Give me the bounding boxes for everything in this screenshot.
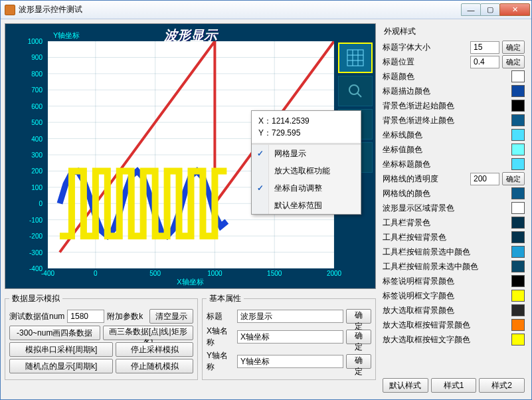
clear-button[interactable]: 清空显示 <box>149 309 193 324</box>
prop-xname-ok[interactable]: 确定 <box>346 330 371 344</box>
prop-xname-label: X轴名称 <box>207 326 234 348</box>
x-axis-label: X轴坐标 <box>177 277 203 287</box>
color-swatch-20[interactable] <box>511 334 525 346</box>
draw3-button[interactable]: 画三条数据[点|线|矩形条] <box>103 326 194 340</box>
appearance-label: 工具栏按钮前景未选中颜色 <box>383 261 509 272</box>
prop-title-input[interactable] <box>237 310 343 323</box>
svg-line-26 <box>357 93 361 97</box>
color-swatch-15[interactable] <box>511 260 525 272</box>
appearance-panel: 外观样式 标题字体大小确定标题位置确定标题颜色标题描边颜色背景色渐进起始颜色背景… <box>380 23 527 395</box>
basic-props-group: 基本属性 标题 确定 X轴名称 确定 Y轴名称 确定 <box>202 293 376 380</box>
serial-sample-button[interactable]: 模拟串口采样[周期k] <box>9 342 113 357</box>
appearance-row: 坐标值颜色 <box>381 142 526 157</box>
appearance-label: 波形显示区域背景色 <box>383 203 509 214</box>
style-default-button[interactable]: 默认样式 <box>383 378 428 393</box>
menu-item-1[interactable]: 放大选取框功能 <box>252 162 361 179</box>
appearance-row: 放大选取框背景颜色 <box>381 303 526 318</box>
appearance-row: 工具栏按钮前景未选中颜色 <box>381 259 526 274</box>
sim-legend: 数据显示模拟 <box>9 293 62 304</box>
color-swatch-17[interactable] <box>511 290 525 302</box>
color-swatch-12[interactable] <box>511 217 525 229</box>
num-label: 测试数据值num <box>9 311 64 322</box>
check-icon: ✓ <box>252 145 269 162</box>
appearance-label: 背景色渐进起始颜色 <box>383 100 509 112</box>
grid-toggle-button[interactable] <box>338 43 373 73</box>
prop-yname-ok[interactable]: 确定 <box>346 354 371 369</box>
appearance-label: 坐标值颜色 <box>383 144 509 155</box>
prop-title-ok[interactable]: 确定 <box>346 309 371 324</box>
appearance-input-9[interactable] <box>470 173 499 185</box>
appearance-label: 标题位置 <box>383 56 468 68</box>
appearance-ok-1[interactable]: 确定 <box>502 55 525 68</box>
color-swatch-14[interactable] <box>511 246 525 258</box>
color-swatch-6[interactable] <box>511 129 525 141</box>
appearance-label: 网格线的透明度 <box>383 173 468 185</box>
appearance-row: 标签说明框背景颜色 <box>381 274 526 288</box>
color-swatch-16[interactable] <box>511 275 525 287</box>
appearance-ok-9[interactable]: 确定 <box>502 172 525 185</box>
appearance-ok-0[interactable]: 确定 <box>502 41 525 54</box>
maximize-button[interactable]: ▢ <box>480 3 500 16</box>
x-ticks: -4000500100015002000 <box>48 270 334 278</box>
appearance-label: 放大选取框背景颜色 <box>383 305 509 316</box>
color-swatch-8[interactable] <box>511 158 525 170</box>
color-swatch-3[interactable] <box>511 85 525 97</box>
prop-xname-input[interactable] <box>237 330 343 344</box>
stop-random-button[interactable]: 停止随机模拟 <box>116 359 193 373</box>
menu-item-3[interactable]: 默认坐标范围 <box>252 197 361 214</box>
appearance-input-1[interactable] <box>470 56 499 68</box>
svg-rect-20 <box>347 50 363 66</box>
appearance-input-0[interactable] <box>470 41 499 54</box>
appearance-row: 标题颜色 <box>381 69 526 84</box>
appearance-label: 工具栏背景色 <box>383 217 509 229</box>
num-input[interactable] <box>67 310 104 323</box>
appearance-label: 工具栏按钮背景色 <box>383 232 509 243</box>
app-icon <box>5 5 15 15</box>
color-swatch-5[interactable] <box>511 114 525 126</box>
cursor-coords: X：1214.2539 Y：729.595 <box>252 111 361 145</box>
random-button[interactable]: 随机点的显示[周期k] <box>9 359 113 373</box>
appearance-row: 标题位置确定 <box>381 54 526 69</box>
color-swatch-4[interactable] <box>511 100 525 112</box>
appearance-label: 标签说明框背景颜色 <box>383 276 509 287</box>
appearance-label: 坐标线颜色 <box>383 130 509 141</box>
appearance-row: 网格线的透明度确定 <box>381 171 526 186</box>
y-ticks: -400-300-200-100010020030040050060070080… <box>5 41 45 268</box>
menu-item-label: 放大选取框功能 <box>269 165 361 177</box>
color-swatch-13[interactable] <box>511 231 525 243</box>
draw4-button[interactable]: -300~num画四条数据 <box>9 326 100 340</box>
appearance-row: 工具栏背景色 <box>381 215 526 230</box>
appearance-row: 坐标线颜色 <box>381 128 526 142</box>
menu-item-0[interactable]: ✓网格显示 <box>252 145 361 162</box>
style1-button[interactable]: 样式1 <box>431 378 477 393</box>
check-icon <box>252 197 269 214</box>
style2-button[interactable]: 样式2 <box>479 378 525 393</box>
appearance-label: 工具栏按钮前景选中颜色 <box>383 247 509 258</box>
menu-item-2[interactable]: ✓坐标自动调整 <box>252 179 361 197</box>
prop-yname-input[interactable] <box>237 355 343 368</box>
appearance-row: 工具栏按钮前景选中颜色 <box>381 245 526 259</box>
appearance-label: 标题颜色 <box>383 71 509 82</box>
color-swatch-7[interactable] <box>511 144 525 155</box>
color-swatch-18[interactable] <box>511 304 525 316</box>
appearance-label: 坐标标题颜色 <box>383 159 509 170</box>
stop-sample-button[interactable]: 停止采样模拟 <box>116 342 193 357</box>
color-swatch-11[interactable] <box>511 202 525 214</box>
appearance-row: 标题字体大小确定 <box>381 40 526 54</box>
chart-area[interactable]: 波形显示 Y轴坐标 X轴坐标 -400-300-200-100010020030… <box>5 23 376 289</box>
appearance-label: 标题描边颜色 <box>383 86 509 97</box>
close-button[interactable]: ✕ <box>499 3 530 16</box>
zoom-button[interactable] <box>338 76 373 106</box>
appearance-label: 标签说明框文字颜色 <box>383 290 509 302</box>
color-swatch-2[interactable] <box>511 70 525 82</box>
appearance-row: 背景色渐进终止颜色 <box>381 113 526 128</box>
appearance-row: 网格线的颜色 <box>381 186 526 201</box>
appearance-label: 标题字体大小 <box>383 42 468 53</box>
appearance-row: 放大选取框按钮背景颜色 <box>381 318 526 332</box>
appearance-label: 网格线的颜色 <box>383 188 509 199</box>
color-swatch-19[interactable] <box>511 319 525 331</box>
check-icon <box>252 162 269 179</box>
color-swatch-10[interactable] <box>511 187 525 199</box>
minimize-button[interactable]: — <box>461 3 481 16</box>
data-sim-group: 数据显示模拟 测试数据值num 附加参数k 清空显示 -300~num画四条数据… <box>5 293 198 380</box>
